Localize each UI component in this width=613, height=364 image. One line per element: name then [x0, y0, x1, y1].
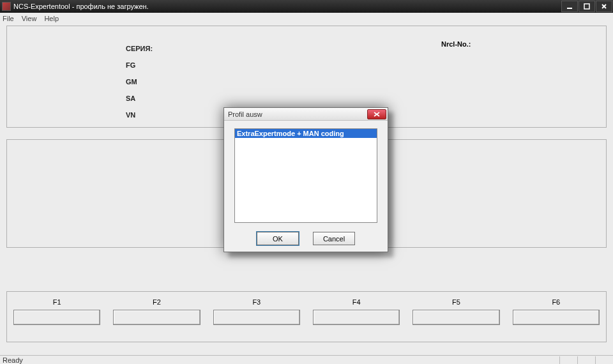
label-f1: F1 — [53, 298, 61, 306]
dialog-title: Profil ausw — [228, 110, 262, 118]
f6-button[interactable] — [513, 310, 600, 325]
titlebar: NCS-Expertentool - профиль не загружен. — [0, 0, 613, 13]
cancel-button[interactable]: Cancel — [313, 232, 355, 245]
f2-button[interactable] — [113, 310, 200, 325]
label-sa: SA — [126, 90, 606, 107]
f5-button[interactable] — [412, 310, 499, 325]
profile-dialog: Profil ausw ExtraExpertmode + MAN coding… — [223, 107, 388, 252]
label-nrcl: Nrcl-No.: — [441, 40, 471, 48]
app-icon — [2, 2, 11, 11]
f1-button[interactable] — [13, 310, 100, 325]
window-title: NCS-Expertentool - профиль не загружен. — [13, 3, 561, 10]
menu-file[interactable]: File — [3, 15, 14, 22]
label-f6: F6 — [552, 298, 560, 306]
status-text: Ready — [3, 356, 23, 364]
menu-help[interactable]: Help — [44, 15, 59, 22]
f3-button[interactable] — [213, 310, 300, 325]
label-fg: FG — [126, 57, 606, 73]
svg-rect-1 — [584, 4, 589, 9]
label-seria: СЕРИЯ: — [126, 40, 606, 57]
f4-button[interactable] — [313, 310, 400, 325]
minimize-button[interactable] — [561, 1, 578, 12]
menubar: File View Help — [0, 13, 613, 24]
dialog-titlebar[interactable]: Profil ausw — [224, 108, 388, 121]
profile-listbox[interactable]: ExtraExpertmode + MAN coding — [234, 128, 377, 223]
maximize-button[interactable] — [579, 1, 595, 12]
close-button[interactable] — [596, 1, 612, 12]
profile-list-item[interactable]: ExtraExpertmode + MAN coding — [235, 129, 377, 138]
menu-view[interactable]: View — [22, 15, 37, 22]
label-f4: F4 — [352, 298, 361, 306]
label-f3: F3 — [252, 298, 261, 306]
label-f5: F5 — [452, 298, 460, 306]
fkey-panel: F1 F2 F3 F4 F5 F6 — [6, 291, 607, 342]
statusbar: Ready — [0, 355, 613, 364]
dialog-close-button[interactable] — [367, 109, 386, 119]
label-f2: F2 — [153, 298, 161, 306]
ok-button[interactable]: OK — [257, 232, 299, 245]
label-gm: GM — [126, 73, 606, 90]
